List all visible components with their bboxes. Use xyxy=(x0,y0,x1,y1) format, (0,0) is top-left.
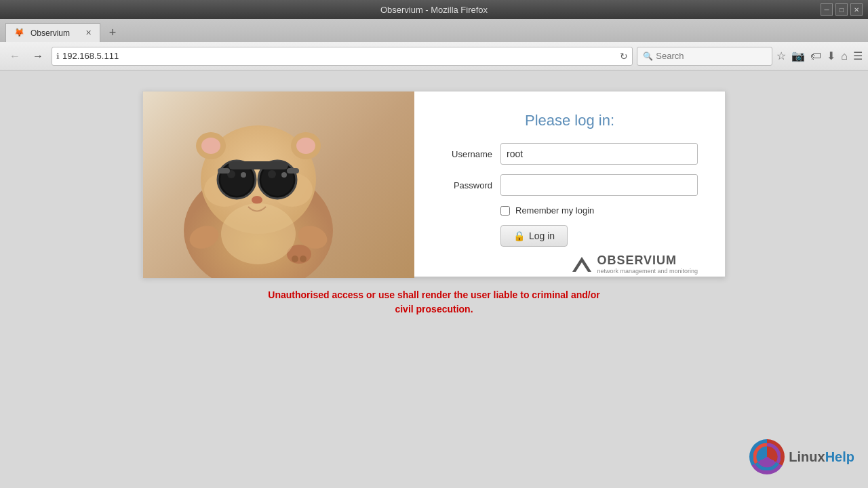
login-button[interactable]: 🔒 Log in xyxy=(500,225,568,247)
maximize-button[interactable]: □ xyxy=(835,3,848,16)
username-input[interactable] xyxy=(500,143,698,165)
login-card: Please log in: Username Password Remembe… xyxy=(142,91,726,277)
reload-button[interactable]: ↻ xyxy=(620,51,628,62)
observium-logo-sub: network management and monitoring xyxy=(597,268,698,274)
browser-content: Please log in: Username Password Remembe… xyxy=(0,70,868,488)
svg-point-21 xyxy=(292,256,298,262)
browser-tab[interactable]: 🦊 Observium ✕ xyxy=(5,23,100,42)
search-bar-container: 🔍 xyxy=(637,47,772,66)
linux-text: Linux xyxy=(789,449,825,464)
download-icon[interactable]: ⬇ xyxy=(827,49,835,62)
hamster-image xyxy=(163,108,353,278)
tabbar: 🦊 Observium ✕ + xyxy=(0,19,868,42)
new-tab-button[interactable]: + xyxy=(103,23,122,42)
remember-row: Remember my login xyxy=(441,205,698,216)
observium-logo-text-area: OBSERVIUM network management and monitor… xyxy=(597,253,698,274)
minimize-button[interactable]: ─ xyxy=(821,3,833,16)
svg-point-23 xyxy=(221,203,296,264)
svg-point-13 xyxy=(252,196,262,204)
password-input[interactable] xyxy=(500,174,698,196)
warning-line1: Unauthorised access or use shall render … xyxy=(268,288,599,302)
search-input[interactable] xyxy=(656,51,751,61)
observium-logo-icon xyxy=(572,257,591,272)
login-illustration xyxy=(143,92,414,278)
username-label: Username xyxy=(441,149,492,159)
login-fields: Username Password Remember my login 🔒 Lo… xyxy=(441,143,698,247)
tab-label: Observium xyxy=(31,28,70,38)
close-button[interactable]: ✕ xyxy=(850,3,863,16)
warning-line2: civil prosecution. xyxy=(268,302,599,317)
menu-icon[interactable]: ☰ xyxy=(853,49,863,62)
info-icon: ℹ xyxy=(56,52,60,61)
svg-point-9 xyxy=(268,170,276,178)
linuxhelp-icon xyxy=(749,439,785,474)
svg-rect-12 xyxy=(287,168,299,174)
svg-rect-11 xyxy=(218,168,230,174)
svg-rect-10 xyxy=(229,161,288,169)
svg-point-17 xyxy=(296,138,315,154)
svg-point-24 xyxy=(241,172,246,178)
linuxhelp-text: LinuxHelp xyxy=(789,449,854,465)
password-label: Password xyxy=(441,180,492,190)
pocket-icon[interactable]: 🏷 xyxy=(810,50,821,62)
home-icon[interactable]: ⌂ xyxy=(841,50,848,62)
help-text: Help xyxy=(825,449,854,464)
remember-label: Remember my login xyxy=(515,205,594,216)
remember-checkbox[interactable] xyxy=(500,206,510,216)
window-controls: ─ □ ✕ xyxy=(821,3,863,16)
titlebar: Observium - Mozilla Firefox ─ □ ✕ xyxy=(0,0,868,19)
tab-favicon: 🦊 xyxy=(14,28,25,39)
forward-button[interactable]: → xyxy=(28,47,47,66)
svg-point-25 xyxy=(281,172,287,178)
address-bar[interactable] xyxy=(62,51,617,61)
search-icon: 🔍 xyxy=(643,52,653,61)
linuxhelp-logo: LinuxHelp xyxy=(749,439,854,474)
browser-toolbar: ← → ℹ ↻ 🔍 ☆ 📷 🏷 ⬇ ⌂ ☰ xyxy=(0,42,868,70)
observium-logo-name: OBSERVIUM xyxy=(597,253,698,268)
password-row: Password xyxy=(441,174,698,196)
address-bar-container: ℹ ↻ xyxy=(52,47,633,66)
tab-close-button[interactable]: ✕ xyxy=(85,28,92,37)
toolbar-icons: ☆ 📷 🏷 ⬇ ⌂ ☰ xyxy=(776,49,863,62)
login-button-label: Log in xyxy=(529,230,555,241)
login-form-area: Please log in: Username Password Remembe… xyxy=(414,92,725,277)
login-title: Please log in: xyxy=(441,112,698,129)
window-title: Observium - Mozilla Firefox xyxy=(380,5,488,15)
svg-point-15 xyxy=(201,138,220,154)
lock-icon: 🔒 xyxy=(513,230,525,241)
back-button[interactable]: ← xyxy=(5,47,24,66)
warning-text: Unauthorised access or use shall render … xyxy=(268,288,599,317)
bookmark-icon[interactable]: ☆ xyxy=(776,49,786,62)
username-row: Username xyxy=(441,143,698,165)
observium-logo: OBSERVIUM network management and monitor… xyxy=(441,247,698,274)
screenshot-icon[interactable]: 📷 xyxy=(791,49,805,62)
svg-point-22 xyxy=(300,256,307,262)
